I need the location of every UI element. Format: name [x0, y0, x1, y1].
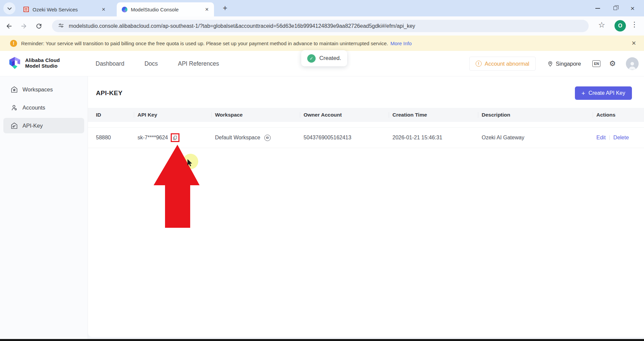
forward-icon [20, 22, 28, 30]
column-header-actions: Actions [596, 112, 636, 118]
sidebar-item-label: Accounts [22, 105, 45, 111]
actions-divider [609, 135, 610, 140]
new-tab-button[interactable]: + [220, 3, 230, 13]
bottom-edge-strip [0, 339, 644, 341]
column-header-description: Description [482, 112, 596, 118]
close-icon[interactable]: × [204, 6, 209, 12]
cell-actions: Edit Delete [596, 135, 636, 141]
create-api-key-label: Create API Key [589, 90, 625, 96]
plus-icon: + [582, 90, 585, 96]
cell-description: Ozeki AI Gateway [482, 135, 596, 141]
column-header-owner-account: Owner Account [304, 112, 392, 118]
region-label: Singapore [556, 61, 581, 67]
modelstudio-favicon-icon [121, 6, 127, 12]
person-icon [627, 60, 637, 70]
cell-creation-time: 2026-01-21 15:46:31 [392, 135, 482, 141]
language-icon[interactable]: EN [592, 60, 600, 67]
window-controls: × [589, 0, 641, 16]
nav-docs[interactable]: Docs [145, 60, 158, 67]
forward-button[interactable] [18, 20, 30, 32]
back-button[interactable] [3, 20, 15, 32]
accounts-icon [11, 104, 18, 111]
column-header-api-key: API Key [138, 112, 215, 118]
api-key-icon [11, 122, 18, 129]
browser-tab-strip: Ozeki Web Services × ModelStudio Console… [0, 0, 644, 16]
site-info-icon[interactable] [58, 22, 64, 30]
reload-icon [35, 22, 43, 30]
create-api-key-button[interactable]: + Create API Key [575, 86, 632, 100]
url-text: modelstudio.console.alibabacloud.com/ap-… [69, 23, 415, 29]
window-close-button[interactable]: × [624, 0, 641, 16]
logo-text: Alibaba Cloud Model Studio [25, 57, 60, 69]
column-header-id: ID [96, 112, 138, 118]
banner-message: Reminder: Your service will transition t… [21, 41, 388, 46]
account-abnormal-badge[interactable]: ! Account abnormal [469, 57, 536, 71]
delete-link[interactable]: Delete [613, 135, 629, 141]
table-header-row: ID API Key Workspace Owner Account Creat… [88, 108, 644, 122]
minimize-button[interactable] [589, 0, 606, 16]
alert-circle-icon: ! [476, 61, 482, 67]
cell-workspace: Default Workspace ID [215, 135, 304, 141]
browser-toolbar: modelstudio.console.alibabacloud.com/ap-… [0, 16, 644, 36]
header-right-cluster: ! Account abnormal Singapore EN ⚙ [469, 51, 639, 76]
reload-button[interactable] [33, 20, 45, 32]
close-icon[interactable]: × [101, 6, 106, 12]
edit-link[interactable]: Edit [596, 135, 606, 141]
billing-reminder-banner: ! Reminder: Your service will transition… [0, 36, 644, 51]
tab-search-button[interactable] [3, 2, 15, 14]
location-pin-icon [547, 61, 553, 67]
browser-window: Ozeki Web Services × ModelStudio Console… [0, 0, 644, 341]
success-check-icon: ✓ [307, 54, 316, 63]
api-key-panel: API-KEY + Create API Key ID API Key Work… [88, 76, 644, 337]
sidebar-item-api-key[interactable]: API-Key [3, 118, 84, 133]
region-selector[interactable]: Singapore [547, 61, 581, 67]
browser-menu-icon[interactable]: ⋮ [631, 20, 638, 28]
restore-icon [613, 6, 617, 10]
sidebar: Workspaces Accounts API-Key [0, 76, 88, 339]
top-navigation: Dashboard Docs API References [96, 51, 219, 76]
gear-icon[interactable]: ⚙ [609, 59, 616, 68]
account-status-label: Account abnormal [485, 61, 529, 67]
browser-profile-avatar[interactable]: O [614, 20, 626, 31]
api-key-value: sk-7****9624 [138, 135, 168, 141]
cell-owner-account: 5043769005162413 [304, 135, 392, 141]
nav-dashboard[interactable]: Dashboard [96, 60, 124, 67]
column-header-workspace: Workspace [215, 112, 304, 118]
bookmark-star-icon[interactable]: ☆ [598, 21, 605, 29]
panel-header: API-KEY + Create API Key [88, 76, 644, 100]
minimize-icon [595, 8, 600, 9]
page-title: API-KEY [96, 89, 122, 97]
sidebar-item-accounts[interactable]: Accounts [3, 100, 84, 115]
column-header-creation-time: Creation Time [392, 112, 482, 118]
copy-api-key-button[interactable] [171, 133, 179, 142]
chevron-down-icon [7, 6, 12, 10]
cell-id: 58880 [96, 135, 138, 141]
tab-title: Ozeki Web Services [33, 7, 98, 12]
cell-api-key: sk-7****9624 [138, 133, 215, 142]
ozeki-favicon-icon [23, 6, 29, 12]
table-row: 58880 sk-7****9624 Default Workspace ID … [88, 127, 644, 148]
restore-button[interactable] [606, 0, 624, 16]
alibaba-model-studio-logo: Alibaba Cloud Model Studio [7, 56, 60, 70]
logo-icon [7, 56, 22, 70]
back-icon [5, 22, 13, 30]
copy-icon [172, 135, 177, 140]
sidebar-item-label: Workspaces [22, 86, 53, 93]
address-bar[interactable]: modelstudio.console.alibabacloud.com/ap-… [52, 20, 589, 32]
page-body: Workspaces Accounts API-Key [0, 76, 644, 339]
browser-tab-modelstudio[interactable]: ModelStudio Console × [117, 2, 214, 16]
sidebar-item-label: API-Key [22, 123, 43, 129]
toast-message: Created. [319, 55, 341, 62]
more-info-link[interactable]: More Info [390, 41, 412, 46]
nav-api-references[interactable]: API References [178, 60, 219, 67]
warning-icon: ! [10, 40, 17, 47]
workspace-value: Default Workspace [215, 135, 260, 141]
workspace-id-icon[interactable]: ID [264, 135, 271, 141]
created-toast: ✓ Created. [301, 50, 347, 66]
banner-close-icon[interactable]: × [632, 39, 636, 48]
sidebar-item-workspaces[interactable]: Workspaces [3, 82, 84, 97]
browser-tab-ozeki[interactable]: Ozeki Web Services × [18, 2, 111, 16]
user-avatar[interactable] [626, 57, 639, 70]
workspaces-icon [11, 86, 18, 93]
tab-title: ModelStudio Console [131, 7, 201, 12]
